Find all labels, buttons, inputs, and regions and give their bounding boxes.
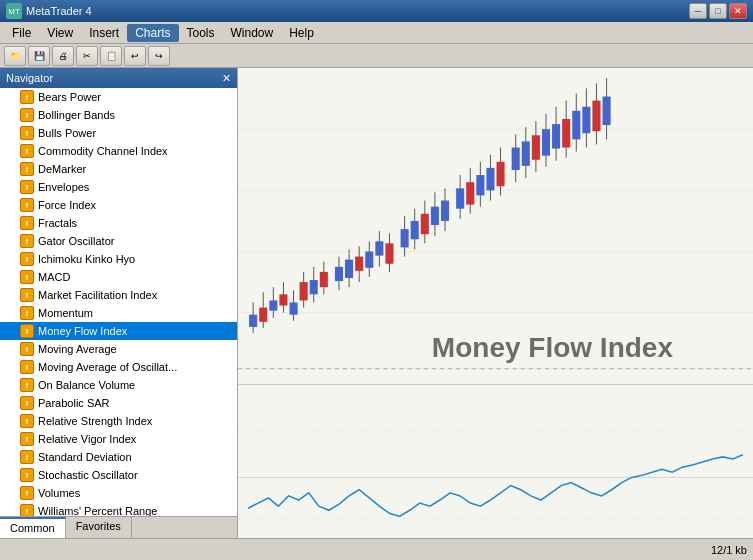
main-area: Navigator ✕ fBears PowerfBollinger Bands… — [0, 68, 753, 538]
indicator-icon: f — [20, 486, 34, 500]
indicator-label: Bollinger Bands — [38, 109, 115, 121]
svg-rect-57 — [522, 141, 530, 165]
svg-rect-11 — [269, 300, 277, 310]
toolbar-btn-4[interactable]: ✂ — [76, 46, 98, 66]
navigator-close-button[interactable]: ✕ — [222, 72, 231, 85]
list-item[interactable]: fStandard Deviation — [0, 448, 237, 466]
svg-rect-35 — [401, 229, 409, 247]
indicator-icon: f — [20, 180, 34, 194]
list-item[interactable]: fBollinger Bands — [0, 106, 237, 124]
list-item[interactable]: fCommodity Channel Index — [0, 142, 237, 160]
indicator-icon: f — [20, 306, 34, 320]
list-item[interactable]: fVolumes — [0, 484, 237, 502]
indicator-icon: f — [20, 234, 34, 248]
toolbar-btn-1[interactable]: 📁 — [4, 46, 26, 66]
list-item[interactable]: fParabolic SAR — [0, 394, 237, 412]
title-bar: MT MetaTrader 4 ─ □ ✕ — [0, 0, 753, 22]
list-item[interactable]: fFractals — [0, 214, 237, 232]
close-button[interactable]: ✕ — [729, 3, 747, 19]
indicator-label: Bulls Power — [38, 127, 96, 139]
toolbar-btn-3[interactable]: 🖨 — [52, 46, 74, 66]
indicator-label: Bears Power — [38, 91, 101, 103]
list-item[interactable]: fRelative Vigor Index — [0, 430, 237, 448]
menu-view[interactable]: View — [39, 24, 81, 42]
indicator-label: Relative Vigor Index — [38, 433, 136, 445]
indicator-icon: f — [20, 450, 34, 464]
toolbar-btn-5[interactable]: 📋 — [100, 46, 122, 66]
tab-common[interactable]: Common — [0, 517, 66, 538]
minimize-button[interactable]: ─ — [689, 3, 707, 19]
svg-rect-37 — [411, 221, 419, 239]
indicator-label: DeMarker — [38, 163, 86, 175]
indicator-icon: f — [20, 144, 34, 158]
list-item[interactable]: fRelative Strength Index — [0, 412, 237, 430]
list-item[interactable]: fOn Balance Volume — [0, 376, 237, 394]
svg-rect-29 — [365, 252, 373, 268]
indicator-label: Moving Average of Oscillat... — [38, 361, 177, 373]
navigator-panel: Navigator ✕ fBears PowerfBollinger Bands… — [0, 68, 238, 538]
indicator-label: Relative Strength Index — [38, 415, 152, 427]
list-item[interactable]: fMoving Average — [0, 340, 237, 358]
svg-rect-25 — [345, 260, 353, 278]
list-item[interactable]: fMarket Facilitation Index — [0, 286, 237, 304]
indicator-icon: f — [20, 432, 34, 446]
indicator-label: Fractals — [38, 217, 77, 229]
list-item[interactable]: fStochastic Oscillator — [0, 466, 237, 484]
indicator-icon: f — [20, 378, 34, 392]
svg-rect-31 — [375, 241, 383, 255]
indicator-icon: f — [20, 360, 34, 374]
list-item[interactable]: fEnvelopes — [0, 178, 237, 196]
list-item[interactable]: fForce Index — [0, 196, 237, 214]
svg-rect-55 — [512, 148, 520, 170]
indicator-icon: f — [20, 324, 34, 338]
list-item[interactable]: fMomentum — [0, 304, 237, 322]
svg-rect-59 — [532, 135, 540, 159]
indicator-list[interactable]: fBears PowerfBollinger BandsfBulls Power… — [0, 88, 237, 516]
toolbar-btn-6[interactable]: ↩ — [124, 46, 146, 66]
navigator-title: Navigator — [6, 72, 53, 84]
indicator-label: On Balance Volume — [38, 379, 135, 391]
menu-window[interactable]: Window — [223, 24, 282, 42]
list-item[interactable]: fIchimoku Kinko Hyo — [0, 250, 237, 268]
tab-favorites[interactable]: Favorites — [66, 517, 132, 538]
svg-rect-65 — [562, 119, 570, 148]
menu-charts[interactable]: Charts — [127, 24, 178, 42]
list-item[interactable]: fBears Power — [0, 88, 237, 106]
indicator-icon: f — [20, 90, 34, 104]
list-item[interactable]: fMACD — [0, 268, 237, 286]
menu-help[interactable]: Help — [281, 24, 322, 42]
indicator-icon: f — [20, 108, 34, 122]
status-bar: 12/1 kb — [0, 538, 753, 560]
list-item[interactable]: fMoney Flow Index — [0, 322, 237, 340]
list-item[interactable]: fGator Oscillator — [0, 232, 237, 250]
indicator-icon: f — [20, 162, 34, 176]
maximize-button[interactable]: □ — [709, 3, 727, 19]
indicator-label: Money Flow Index — [38, 325, 127, 337]
indicator-icon: f — [20, 126, 34, 140]
svg-rect-75 — [238, 385, 753, 538]
toolbar-btn-7[interactable]: ↪ — [148, 46, 170, 66]
list-item[interactable]: fWilliams' Percent Range — [0, 502, 237, 516]
list-item[interactable]: fMoving Average of Oscillat... — [0, 358, 237, 376]
indicator-icon: f — [20, 198, 34, 212]
svg-rect-45 — [456, 188, 464, 208]
menu-file[interactable]: File — [4, 24, 39, 42]
menu-tools[interactable]: Tools — [179, 24, 223, 42]
toolbar-btn-2[interactable]: 💾 — [28, 46, 50, 66]
mfi-chart — [238, 385, 753, 538]
indicator-label: Envelopes — [38, 181, 89, 193]
indicator-icon: f — [20, 216, 34, 230]
indicator-label: Force Index — [38, 199, 96, 211]
indicator-label: Gator Oscillator — [38, 235, 114, 247]
indicator-label: Williams' Percent Range — [38, 505, 157, 516]
indicator-label: Stochastic Oscillator — [38, 469, 138, 481]
indicator-label: Standard Deviation — [38, 451, 132, 463]
svg-rect-71 — [592, 101, 600, 132]
indicator-label: Ichimoku Kinko Hyo — [38, 253, 135, 265]
list-item[interactable]: fDeMarker — [0, 160, 237, 178]
menu-insert[interactable]: Insert — [81, 24, 127, 42]
indicator-icon: f — [20, 414, 34, 428]
svg-rect-73 — [603, 97, 611, 126]
list-item[interactable]: fBulls Power — [0, 124, 237, 142]
indicator-icon: f — [20, 504, 34, 516]
